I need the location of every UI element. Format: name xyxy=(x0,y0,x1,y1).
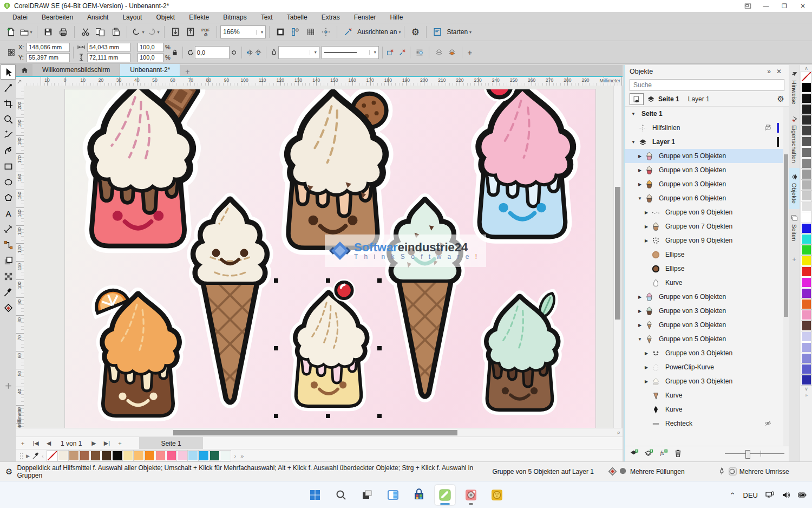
screen-color-swatch[interactable] xyxy=(801,277,811,288)
to-back-icon[interactable] xyxy=(446,48,459,57)
tree-expand-icon[interactable]: ▶ xyxy=(643,365,650,370)
menu-extras[interactable]: Extras xyxy=(315,14,347,21)
task-view-icon[interactable] xyxy=(357,485,377,505)
horizontal-ruler[interactable]: Millimeter 10010203040506070809010011012… xyxy=(24,77,623,86)
screen-color-swatch[interactable] xyxy=(801,180,811,190)
tree-row[interactable]: ▶Gruppe von 3 Objekten xyxy=(625,177,789,191)
tree-row[interactable]: ▶Gruppe von 6 Objekten xyxy=(625,290,789,304)
palette-scroll-left-icon[interactable]: ‹ xyxy=(42,453,44,459)
mirror-vertical-icon[interactable] xyxy=(254,48,263,57)
menu-fenster[interactable]: Fenster xyxy=(347,14,383,21)
tree-row[interactable]: ▶Gruppe von 7 Objekten xyxy=(625,219,789,233)
tree-row[interactable]: Kurve xyxy=(625,402,789,416)
y-position-field[interactable]: 55,397 mm xyxy=(27,53,70,62)
tree-expand-icon[interactable]: ▶ xyxy=(643,224,650,229)
doc-color-swatch[interactable] xyxy=(134,451,144,461)
menu-datei[interactable]: Datei xyxy=(5,14,35,21)
ruler-origin-icon[interactable] xyxy=(16,77,24,86)
tree-row[interactable]: ▶Gruppe von 5 Objekten xyxy=(625,149,789,163)
new-master-layer-button[interactable] xyxy=(644,448,653,459)
tree-row[interactable]: ▶Gruppe von 3 Objekten xyxy=(625,318,789,332)
tree-expand-icon[interactable]: ▼ xyxy=(636,337,644,342)
save-button[interactable] xyxy=(41,25,55,39)
menu-effekte[interactable]: Effekte xyxy=(182,14,216,21)
scale-h-field[interactable]: 100,0 xyxy=(137,43,163,52)
drawing-canvas[interactable]: Softwareindustrie24 T h i n k S o f t w … xyxy=(24,86,613,428)
tree-expand-icon[interactable]: ▶ xyxy=(643,238,650,243)
drawing-page[interactable]: Softwareindustrie24 T h i n k S o f t w … xyxy=(65,89,595,428)
doc-color-swatch[interactable] xyxy=(199,451,209,461)
screen-color-swatch[interactable] xyxy=(801,364,811,374)
screen-color-swatch[interactable] xyxy=(801,158,811,168)
screen-color-swatch[interactable] xyxy=(801,256,811,266)
doc-color-swatch[interactable] xyxy=(188,451,198,461)
cupcake-mint-choc[interactable] xyxy=(487,291,558,408)
previous-page-button[interactable]: ◀ xyxy=(42,438,55,449)
tree-expand-icon[interactable]: ▶ xyxy=(636,295,644,299)
screen-color-swatch[interactable] xyxy=(801,342,811,353)
show-grid-button[interactable] xyxy=(304,25,318,39)
screen-color-swatch[interactable] xyxy=(801,126,811,136)
docker-close-icon[interactable]: ✕ xyxy=(774,68,784,75)
cut-button[interactable] xyxy=(78,25,93,39)
palette-scroll-up-icon[interactable]: ∧ xyxy=(804,65,808,71)
doc-color-swatch[interactable] xyxy=(112,451,122,461)
doc-color-swatch[interactable] xyxy=(90,451,101,461)
doc-color-swatch[interactable] xyxy=(155,451,166,461)
tree-expand-icon[interactable]: ▶ xyxy=(636,168,644,173)
tree-scrollbar-thumb[interactable] xyxy=(784,154,788,317)
page-tab-seite1[interactable]: Seite 1 xyxy=(139,437,202,450)
outline-pen-status-icon[interactable] xyxy=(717,467,726,476)
tree-row[interactable]: ▶Gruppe von 3 Objekten xyxy=(625,346,789,360)
new-page-button[interactable] xyxy=(630,93,644,105)
tool-rectangle[interactable] xyxy=(1,159,16,174)
screen-color-swatch[interactable] xyxy=(801,310,811,320)
new-layer-button[interactable] xyxy=(630,448,639,459)
icecream-mint-cone[interactable] xyxy=(372,200,477,396)
microsoft-store-icon[interactable] xyxy=(409,485,429,505)
tree-row[interactable]: Hilfslinien xyxy=(625,121,789,135)
tree-row[interactable]: ▶Gruppe von 9 Objekten xyxy=(625,233,789,248)
tool-freehand[interactable] xyxy=(1,127,16,142)
tool-connector[interactable] xyxy=(1,237,16,252)
tool-interactive-fill[interactable] xyxy=(1,300,16,315)
tree-row[interactable]: ▶PowerClip-Kurve xyxy=(625,360,789,374)
tool-dimension[interactable] xyxy=(1,222,16,237)
network-icon[interactable] xyxy=(765,491,774,499)
objects-search-input[interactable] xyxy=(630,81,784,89)
doc-color-swatch[interactable] xyxy=(220,451,231,461)
icecream-vanilla-cone[interactable] xyxy=(176,200,284,401)
coreldraw-taskbar-icon[interactable] xyxy=(435,485,455,505)
doc-color-swatch[interactable] xyxy=(123,451,133,461)
horizontal-scrollbar-thumb[interactable] xyxy=(173,430,457,435)
eye-off-icon[interactable] xyxy=(764,419,772,428)
screen-color-swatch[interactable] xyxy=(801,223,811,233)
screen-color-swatch[interactable] xyxy=(801,169,811,179)
tree-row[interactable]: ▶Gruppe von 3 Objekten xyxy=(625,304,789,318)
cupcake-cookie[interactable] xyxy=(289,94,387,246)
rotation-angle-field[interactable]: 0,0 xyxy=(195,46,230,59)
tree-row[interactable]: Kurve xyxy=(625,388,789,402)
tray-chevron-icon[interactable]: ⌃ xyxy=(730,491,736,499)
line-style-select[interactable]: ▾ xyxy=(322,46,379,59)
docker-tab-seiten[interactable]: Seiten xyxy=(789,209,800,246)
next-page-button[interactable]: ▶ xyxy=(87,438,100,449)
screen-color-swatch[interactable] xyxy=(801,201,811,212)
new-tab-button[interactable]: + xyxy=(180,67,194,76)
doc-color-swatch[interactable] xyxy=(145,451,155,461)
fullscreen-preview-button[interactable] xyxy=(273,25,287,39)
palette-more-icon[interactable]: » xyxy=(240,453,244,459)
tool-artistic-media[interactable] xyxy=(1,143,16,158)
tree-expand-icon[interactable]: ▶ xyxy=(643,210,650,215)
screen-color-swatch[interactable] xyxy=(801,82,811,93)
screen-color-swatch[interactable] xyxy=(801,71,811,82)
tool-zoom[interactable] xyxy=(1,112,16,127)
tool-drop-shadow[interactable] xyxy=(1,253,16,268)
paste-button[interactable] xyxy=(109,25,123,39)
tool-pick[interactable] xyxy=(1,64,16,80)
tree-row[interactable]: ▼Layer 1 xyxy=(625,135,789,149)
fill-color-icon[interactable] xyxy=(608,467,617,476)
doc-color-swatch[interactable] xyxy=(80,451,90,461)
snap-off-button[interactable] xyxy=(341,25,355,39)
export-button[interactable] xyxy=(184,25,198,39)
